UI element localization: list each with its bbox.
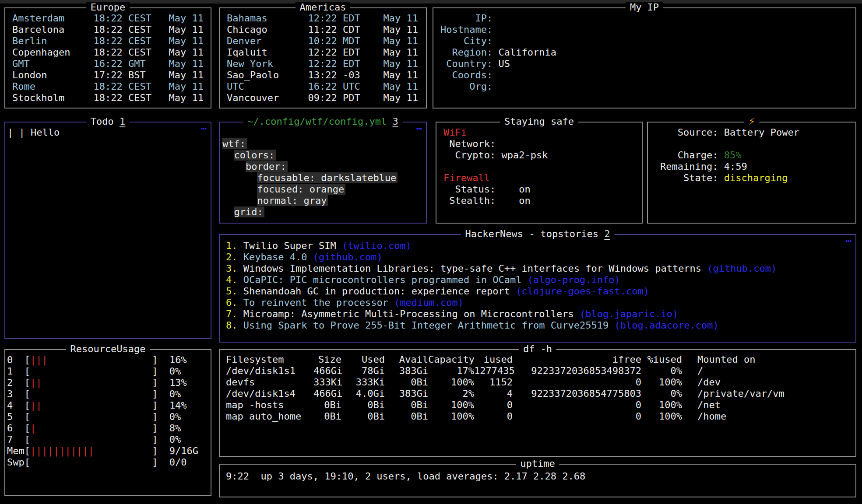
- df-cell: Avail: [385, 354, 428, 365]
- story-row[interactable]: 4. OCaPIC: PIC microcontrollers programm…: [226, 274, 855, 286]
- df-cell: 2%: [428, 388, 474, 399]
- df-cell: map -hosts: [226, 399, 313, 411]
- battery-value: 85%: [724, 150, 742, 161]
- clock-row: UTC 16:22 UTC May 11: [227, 81, 426, 92]
- story-title: To reinvent the processor: [238, 297, 394, 308]
- panel-disk-free[interactable]: df -h FilesystemSizeUsedAvailCapacityius…: [219, 349, 856, 457]
- config-indent: [222, 161, 246, 172]
- story-link[interactable]: (twilio.com): [342, 240, 412, 251]
- story-row[interactable]: 3. Windows Implementation Libraries: typ…: [226, 263, 855, 274]
- df-cell-mounted: /dev: [682, 377, 855, 388]
- battery-row: Charge: 85%: [660, 150, 855, 161]
- config-line: border:: [222, 161, 426, 172]
- ip-info-label: Org:: [440, 81, 493, 92]
- story-row[interactable]: 6. To reinvent the processor (medium.com…: [226, 297, 855, 308]
- todo-item[interactable]: | | Hello: [7, 127, 211, 138]
- df-cell-mounted: /home: [682, 411, 855, 422]
- clock-list-americas: Bahamas 12:22 EDT May 11Chicago 11:22 CD…: [220, 8, 426, 108]
- ip-info-label: Coords:: [440, 70, 493, 80]
- ip-info-value: [493, 24, 498, 35]
- df-cell: ifree: [513, 354, 641, 365]
- story-row[interactable]: 1. Twilio Super SIM (twilio.com): [226, 240, 855, 252]
- panel-staying-safe[interactable]: Staying safe WiFi Network: Crypto: wpa2-…: [436, 122, 643, 224]
- resource-meter-list: 0 [||| ] 16%1 [ ] 0%2 [|| ] 13%3 [ ] 0%4…: [5, 350, 211, 495]
- story-row[interactable]: 5. Shenandoah GC in production: experien…: [226, 286, 855, 297]
- df-cell: /dev/disk1s1: [226, 365, 313, 377]
- story-link[interactable]: (clojure-goes-fast.com): [516, 286, 649, 297]
- clock-row: London 17:22 BST May 11: [12, 70, 211, 81]
- ip-info-value: [493, 81, 498, 92]
- panel-clocks-europe[interactable]: Europe Amsterdam 18:22 CEST May 11Barcel…: [4, 7, 211, 108]
- df-cell: 0: [513, 411, 641, 422]
- story-title: Microamp: Asymmetric Multi-Processing on…: [238, 308, 580, 319]
- meter-label: 4 [: [7, 400, 30, 411]
- panel-hackernews[interactable]: HackerNews - topstories 2 … 1. Twilio Su…: [219, 234, 856, 343]
- story-link[interactable]: (github.com): [313, 252, 383, 262]
- panel-battery[interactable]: ⚡ Source: Battery Power Charge: 85%Remai…: [647, 122, 856, 224]
- panel-uptime[interactable]: uptime 9:22 up 3 days, 19:10, 2 users, l…: [219, 464, 856, 497]
- panel-todo[interactable]: Todo 1 … | | Hello: [4, 122, 211, 339]
- meter-label: 7 [: [7, 434, 30, 445]
- df-cell: 1152: [474, 377, 513, 388]
- story-link[interactable]: (algo-prog.info): [528, 274, 620, 285]
- panel-config-file[interactable]: ~/.config/wtf/config.yml 3 … wtf: colors…: [219, 122, 427, 224]
- config-line: focusable: darkslateblue: [222, 172, 426, 184]
- config-line: normal: gray: [222, 195, 426, 206]
- meter-bars: ||: [30, 377, 42, 388]
- ip-info-label: Region:: [440, 47, 493, 58]
- ip-info-label: IP:: [440, 13, 493, 24]
- battery-row: Remaining: 4:59: [660, 161, 855, 172]
- df-cell: 333Ki: [313, 377, 341, 388]
- story-row[interactable]: 7. Microamp: Asymmetric Multi-Processing…: [226, 308, 855, 320]
- df-cell: 4: [474, 388, 513, 399]
- df-row: devfs333Ki333Ki0Bi100%11520100%/dev: [226, 377, 855, 388]
- config-line: focused: orange: [222, 184, 426, 195]
- df-row: map auto_home0Bi0Bi0Bi100%00100%/home: [226, 411, 855, 422]
- panel-resource-usage[interactable]: ResourceUsage 0 [||| ] 16%1 [ ] 0%2 [|| …: [4, 349, 211, 496]
- story-title: Keybase 4.0: [238, 252, 313, 262]
- df-cell-mounted: /: [682, 365, 855, 377]
- battery-label: Remaining:: [660, 161, 724, 172]
- security-line: Stealth: on: [443, 195, 642, 206]
- clock-row: Berlin 18:22 CEST May 11: [12, 35, 211, 47]
- story-title: Windows Implementation Libraries: type-s…: [238, 263, 707, 274]
- story-link[interactable]: (blog.japaric.io): [580, 308, 678, 319]
- df-cell: Used: [341, 354, 385, 365]
- todo-list: | | Hello: [5, 122, 211, 338]
- df-row: /dev/disk1s1466Gi78Gi383Gi17%12774359223…: [226, 365, 855, 377]
- ip-info-value: California: [493, 47, 556, 58]
- df-cell: 100%: [641, 399, 682, 411]
- ip-info-row: Hostname:: [440, 24, 855, 35]
- df-cell: 9223372036854775803: [513, 388, 641, 399]
- story-link[interactable]: (blog.adacore.com): [614, 320, 718, 331]
- story-rank: 7.: [226, 308, 238, 319]
- meter-bars: ||: [30, 400, 42, 411]
- story-link[interactable]: (medium.com): [394, 297, 464, 308]
- config-line: colors:: [222, 150, 426, 161]
- security-line: Firewall: [443, 172, 642, 184]
- panel-my-ip[interactable]: My IP IP: Hostname: City: Region: Califo…: [433, 7, 856, 108]
- df-cell-mounted: /net: [682, 399, 855, 411]
- battery-row: State: discharging: [660, 172, 855, 184]
- resource-meter-row: 6 [| ] 8%: [7, 423, 211, 434]
- df-cell: 100%: [428, 399, 474, 411]
- story-row[interactable]: 2. Keybase 4.0 (github.com): [226, 252, 855, 263]
- story-title: Using Spark to Prove 255-Bit Integer Ari…: [238, 320, 615, 331]
- config-text: focused: orange: [257, 184, 345, 195]
- story-link[interactable]: (github.com): [707, 263, 777, 274]
- story-row[interactable]: 8. Using Spark to Prove 255-Bit Integer …: [226, 320, 855, 331]
- config-line: wtf:: [222, 138, 426, 150]
- meter-label: 0 [: [7, 354, 30, 365]
- ip-info-value: US: [493, 58, 510, 69]
- df-cell: 0: [474, 399, 513, 411]
- clock-row: Amsterdam 18:22 CEST May 11: [12, 13, 211, 24]
- panel-clocks-americas[interactable]: Americas Bahamas 12:22 EDT May 11Chicago…: [219, 7, 427, 108]
- ip-info-label: Hostname:: [440, 24, 493, 35]
- meter-value: ] 0%: [30, 366, 181, 377]
- df-cell: 100%: [428, 377, 474, 388]
- df-cell: 100%: [428, 411, 474, 422]
- story-title: OCaPIC: PIC microcontrollers programmed …: [238, 274, 528, 285]
- security-line: Crypto: wpa2-psk: [443, 150, 642, 161]
- battery-value: Battery Power: [724, 127, 799, 138]
- df-cell: 1277435: [474, 365, 513, 377]
